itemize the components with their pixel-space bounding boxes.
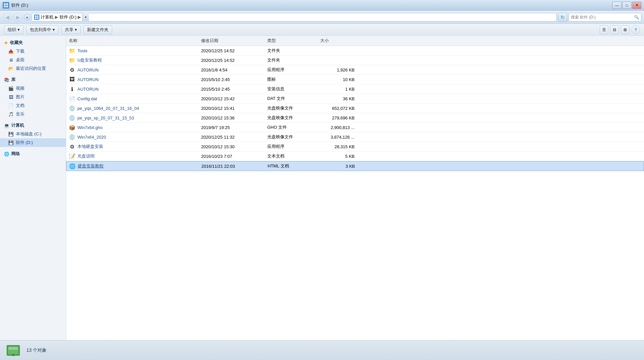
sidebar-computer-header[interactable]: 💻 计算机 xyxy=(0,121,66,130)
file-name-cell: 💿 pe_yqs_xp_20_07_31_15_53 xyxy=(66,114,198,121)
file-modified: 2015/5/10 2:45 xyxy=(198,77,265,82)
file-area: 名称 修改日期 类型 大小 📁 Tools 2020/12/25 14:52 文… xyxy=(66,36,644,340)
sidebar-favorites-header[interactable]: ★ 收藏夹 xyxy=(0,38,66,47)
svg-rect-3 xyxy=(6,5,8,7)
sidebar-item-recent[interactable]: 📂 最近访问的位置 xyxy=(0,64,66,73)
titlebar: 软件 (D:) — □ ✕ xyxy=(0,0,644,11)
sidebar-item-video[interactable]: 🎬 视频 xyxy=(0,84,66,93)
file-name-cell: 📝 光盘说明 xyxy=(66,153,198,159)
file-name-cell: 🖼 AUTORUN xyxy=(66,76,198,83)
table-row[interactable]: 💿 pe_yqs_xp_20_07_31_15_53 2020/10/12 15… xyxy=(66,113,644,123)
file-modified: 2020/10/12 15:41 xyxy=(198,106,265,111)
search-icon[interactable]: 🔍 xyxy=(634,15,639,20)
table-row[interactable]: 📦 Win7x64.gho 2019/9/7 19:25 GHO 文件 2,90… xyxy=(66,123,644,132)
header-modified[interactable]: 修改日期 xyxy=(198,38,265,44)
file-type: 光盘映像文件 xyxy=(265,134,318,140)
downloads-icon: 📥 xyxy=(8,48,14,54)
sidebar-item-document[interactable]: 📄 文档 xyxy=(0,101,66,110)
help-button[interactable]: ? xyxy=(631,25,640,34)
header-name[interactable]: 名称 xyxy=(66,38,198,44)
file-modified: 2015/5/10 2:45 xyxy=(198,87,265,92)
maximize-button[interactable]: □ xyxy=(622,2,631,9)
up-button[interactable]: ▲ xyxy=(24,14,30,21)
file-list: 📁 Tools 2020/12/25 14:52 文件夹 📁 U盘安装教程 20… xyxy=(66,46,644,340)
file-name-cell: 💿 pe_yqs_1064_20_07_31_16_04 xyxy=(66,105,198,112)
table-row[interactable]: 📄 Config.dat 2020/10/12 15:42 DAT 文件 36 … xyxy=(66,94,644,104)
table-row[interactable]: 📝 光盘说明 2016/10/23 7:07 文本文档 5 KB xyxy=(66,152,644,161)
file-icon-info: ℹ xyxy=(69,86,75,92)
address-dropdown[interactable]: ▾ xyxy=(82,13,89,22)
refresh-button[interactable]: ↻ xyxy=(558,13,567,22)
svg-point-11 xyxy=(12,354,14,356)
file-name: AUTORUN xyxy=(77,68,99,72)
sidebar-item-drive-c[interactable]: 💾 本地磁盘 (C:) xyxy=(0,130,66,138)
file-name-cell: 📄 Config.dat xyxy=(66,95,198,102)
forward-button[interactable]: ▶ xyxy=(13,13,22,22)
back-button[interactable]: ◀ xyxy=(3,13,12,22)
file-size: 1 KB xyxy=(318,87,357,92)
table-row[interactable]: 📁 U盘安装教程 2020/12/25 14:52 文件夹 xyxy=(66,56,644,65)
file-name-cell: 📦 Win7x64.gho xyxy=(66,124,198,131)
file-name-cell: ⚙ AUTORUN xyxy=(66,67,198,73)
file-type: DAT 文件 xyxy=(265,96,318,102)
file-size: 3,874,126 ... xyxy=(318,135,357,140)
table-row[interactable]: 🌐 硬盘安装教程 2016/11/21 22:03 HTML 文档 3 KB xyxy=(66,161,644,171)
search-input[interactable] xyxy=(571,15,633,20)
window-icon xyxy=(3,2,9,9)
organize-button[interactable]: 组织 ▾ xyxy=(4,25,23,34)
search-bar[interactable]: 🔍 xyxy=(569,13,641,22)
view-icon-button[interactable]: ⊞ xyxy=(621,25,629,34)
file-modified: 2016/10/23 7:07 xyxy=(198,154,265,159)
file-modified: 2020/12/25 14:52 xyxy=(198,58,265,63)
sidebar-library-header[interactable]: 📚 库 xyxy=(0,75,66,84)
file-size: 279,696 KB xyxy=(318,115,357,120)
music-icon: 🎵 xyxy=(8,111,14,117)
share-button[interactable]: 共享 ▾ xyxy=(61,25,81,34)
table-row[interactable]: ℹ AUTORUN 2015/5/10 2:45 安装信息 1 KB xyxy=(66,84,644,94)
file-size: 652,072 KB xyxy=(318,106,357,111)
sidebar-network-header[interactable]: 🌐 网络 xyxy=(0,150,66,158)
share-dropdown-icon: ▾ xyxy=(75,27,77,32)
minimize-button[interactable]: — xyxy=(612,2,622,9)
main-area: ★ 收藏夹 📥 下载 🖥 桌面 📂 最近访问的位置 📚 库 xyxy=(0,36,644,340)
file-header: 名称 修改日期 类型 大小 xyxy=(66,36,644,46)
file-size: 36 KB xyxy=(318,96,357,101)
sidebar: ★ 收藏夹 📥 下载 🖥 桌面 📂 最近访问的位置 📚 库 xyxy=(0,36,66,340)
table-row[interactable]: ⚙ AUTORUN 2016/1/8 4:54 应用程序 1,926 KB xyxy=(66,65,644,75)
table-row[interactable]: 💿 Win7x64_2020 2020/12/25 11:32 光盘映像文件 3… xyxy=(66,132,644,142)
sidebar-favorites: ★ 收藏夹 📥 下载 🖥 桌面 📂 最近访问的位置 xyxy=(0,38,66,73)
file-type: 文件夹 xyxy=(265,48,318,54)
file-name: Win7x64_2020 xyxy=(77,135,106,140)
table-row[interactable]: 📁 Tools 2020/12/25 14:52 文件夹 xyxy=(66,46,644,56)
sidebar-item-desktop[interactable]: 🖥 桌面 xyxy=(0,56,66,64)
statusbar-icon xyxy=(5,342,21,358)
toolbar: 组织 ▾ 包含到库中 ▾ 共享 ▾ 新建文件夹 ☰ ⊟ ⊞ ? xyxy=(0,24,644,36)
close-button[interactable]: ✕ xyxy=(632,2,641,9)
file-type: 图标 xyxy=(265,76,318,82)
address-drive: 软件 (D:) xyxy=(60,14,76,20)
sidebar-item-downloads[interactable]: 📥 下载 xyxy=(0,47,66,56)
titlebar-controls: — □ ✕ xyxy=(612,2,641,9)
sidebar-item-drive-d[interactable]: 💾 软件 (D:) xyxy=(0,138,66,147)
address-sep2: ▶ xyxy=(78,15,81,20)
include-library-button[interactable]: 包含到库中 ▾ xyxy=(26,25,59,34)
header-size[interactable]: 大小 xyxy=(318,38,357,44)
svg-rect-10 xyxy=(9,347,18,350)
sidebar-item-music[interactable]: 🎵 音乐 xyxy=(0,110,66,118)
view-list-button[interactable]: ☰ xyxy=(600,25,608,34)
sidebar-item-image[interactable]: 🖼 图片 xyxy=(0,93,66,101)
table-row[interactable]: 🖼 AUTORUN 2015/5/10 2:45 图标 10 KB xyxy=(66,75,644,84)
header-type[interactable]: 类型 xyxy=(265,38,318,44)
file-modified: 2020/10/12 15:42 xyxy=(198,96,265,101)
file-name: 本地硬盘安装 xyxy=(77,144,103,150)
table-row[interactable]: ⚙ 本地硬盘安装 2020/10/12 15:30 应用程序 28,315 KB xyxy=(66,142,644,152)
new-folder-button[interactable]: 新建文件夹 xyxy=(83,25,112,34)
address-icon xyxy=(34,15,39,20)
table-row[interactable]: 💿 pe_yqs_1064_20_07_31_16_04 2020/10/12 … xyxy=(66,104,644,113)
drive-c-icon: 💾 xyxy=(8,131,14,137)
view-change-button[interactable]: ⊟ xyxy=(610,25,619,34)
file-modified: 2016/1/8 4:54 xyxy=(198,68,265,72)
video-icon: 🎬 xyxy=(8,85,14,91)
address-bar[interactable]: 计算机 ▶ 软件 (D:) ▶ ▾ xyxy=(32,13,557,22)
file-icon-gho: 📦 xyxy=(69,124,75,131)
